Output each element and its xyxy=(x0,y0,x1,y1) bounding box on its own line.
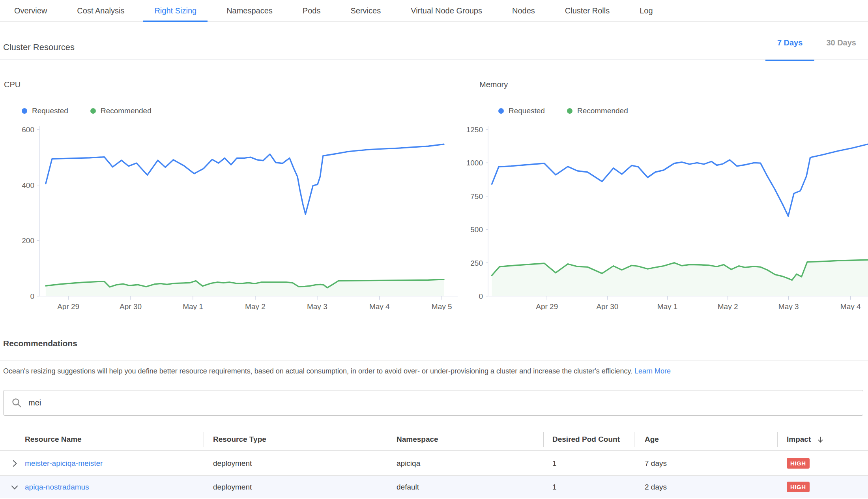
table-row[interactable]: meister-apiciqa-meister deployment apici… xyxy=(0,451,868,476)
memory-line-chart: 025050075010001250Apr 29Apr 30May 1May 2… xyxy=(466,124,868,310)
age-cell: 2 days xyxy=(634,483,777,491)
legend-label: Recommended xyxy=(101,107,152,115)
svg-text:0: 0 xyxy=(479,292,483,300)
column-header-namespace[interactable]: Namespace xyxy=(388,428,543,450)
search-icon xyxy=(11,398,22,408)
svg-text:May 1: May 1 xyxy=(183,302,203,310)
tab-nodes[interactable]: Nodes xyxy=(501,0,546,21)
svg-text:May 3: May 3 xyxy=(778,302,799,310)
svg-text:May 1: May 1 xyxy=(657,302,678,310)
memory-chart-title: Memory xyxy=(466,80,868,95)
legend-item-requested[interactable]: Requested xyxy=(22,107,68,115)
sort-descending-icon[interactable] xyxy=(816,435,825,444)
divider xyxy=(0,360,868,361)
resource-name-link[interactable]: apiqa-nostradamus xyxy=(25,483,89,491)
svg-text:Apr 29: Apr 29 xyxy=(57,302,79,310)
tab-services[interactable]: Services xyxy=(339,0,392,21)
svg-text:Apr 30: Apr 30 xyxy=(120,302,142,310)
resource-name-link[interactable]: meister-apiciqa-meister xyxy=(25,459,103,468)
svg-text:May 3: May 3 xyxy=(307,302,327,310)
chevron-down-icon[interactable] xyxy=(10,483,19,491)
requested-series-dot xyxy=(498,108,504,114)
right-sizing-page: Overview Cost Analysis Right Sizing Name… xyxy=(0,0,868,499)
svg-text:600: 600 xyxy=(22,126,34,134)
cpu-chart-panel: CPU Requested Recommended 0200400600Apr … xyxy=(0,77,458,310)
svg-text:0: 0 xyxy=(30,292,34,300)
range-tab-7-days[interactable]: 7 Days xyxy=(765,22,815,60)
resource-type-cell: deployment xyxy=(204,483,388,491)
svg-text:1000: 1000 xyxy=(466,159,483,167)
svg-text:May 4: May 4 xyxy=(369,302,390,310)
legend-item-recommended[interactable]: Recommended xyxy=(567,107,628,115)
column-header-desired-pod-count[interactable]: Desired Pod Count xyxy=(543,428,634,450)
svg-text:May 5: May 5 xyxy=(432,302,452,310)
svg-text:Apr 29: Apr 29 xyxy=(536,302,558,310)
resource-type-cell: deployment xyxy=(204,459,388,468)
legend-label: Requested xyxy=(509,107,545,115)
svg-text:500: 500 xyxy=(470,225,483,234)
search-input[interactable] xyxy=(28,398,856,407)
tab-overview[interactable]: Overview xyxy=(3,0,58,21)
cpu-chart-title: CPU xyxy=(0,80,458,95)
recommendations-description: Ocean's resizing suggestions will help y… xyxy=(3,367,671,375)
cluster-resources-header: Cluster Resources 7 Days 30 Days xyxy=(0,22,868,60)
svg-text:200: 200 xyxy=(22,236,34,245)
svg-text:400: 400 xyxy=(22,181,34,189)
legend-item-requested[interactable]: Requested xyxy=(498,107,545,115)
recommended-series-dot xyxy=(567,108,572,114)
recommended-series-dot xyxy=(90,108,96,114)
namespace-cell: apiciqa xyxy=(388,459,543,468)
impact-badge: HIGH xyxy=(787,482,810,492)
search-box xyxy=(3,390,863,416)
svg-text:May 2: May 2 xyxy=(718,302,738,310)
age-cell: 7 days xyxy=(634,459,777,468)
column-header-resource-type[interactable]: Resource Type xyxy=(204,428,388,450)
svg-text:1250: 1250 xyxy=(466,126,483,134)
legend-label: Recommended xyxy=(577,107,628,115)
column-header-impact[interactable]: Impact xyxy=(777,428,868,450)
legend-item-recommended[interactable]: Recommended xyxy=(90,107,152,115)
tab-virtual-node-groups[interactable]: Virtual Node Groups xyxy=(400,0,493,21)
column-header-age[interactable]: Age xyxy=(634,428,777,450)
cpu-chart-legend: Requested Recommended xyxy=(22,106,458,116)
range-tab-30-days[interactable]: 30 Days xyxy=(814,22,868,60)
tab-cost-analysis[interactable]: Cost Analysis xyxy=(66,0,135,21)
table-row[interactable]: apiqa-nostradamus deployment default 1 2… xyxy=(0,476,868,498)
desired-pod-count-cell: 1 xyxy=(543,483,634,491)
memory-chart-panel: Memory Requested Recommended 02505007501… xyxy=(466,77,868,310)
tab-namespaces[interactable]: Namespaces xyxy=(215,0,284,21)
description-text: Ocean's resizing suggestions will help y… xyxy=(3,367,632,375)
recommendations-heading: Recommendations xyxy=(3,339,77,348)
tab-right-sizing[interactable]: Right Sizing xyxy=(143,0,208,21)
svg-text:750: 750 xyxy=(470,192,483,201)
top-tab-bar: Overview Cost Analysis Right Sizing Name… xyxy=(0,0,868,22)
column-header-resource-name[interactable]: Resource Name xyxy=(0,428,204,450)
cluster-resources-title: Cluster Resources xyxy=(3,42,75,53)
tab-pods[interactable]: Pods xyxy=(292,0,332,21)
svg-text:May 4: May 4 xyxy=(840,302,861,310)
tab-log[interactable]: Log xyxy=(629,0,664,21)
namespace-cell: default xyxy=(388,483,543,491)
impact-header-label: Impact xyxy=(787,435,811,444)
cpu-line-chart: 0200400600Apr 29Apr 30May 1May 2May 3May… xyxy=(0,124,458,310)
legend-label: Requested xyxy=(32,107,68,115)
tab-cluster-rolls[interactable]: Cluster Rolls xyxy=(554,0,621,21)
desired-pod-count-cell: 1 xyxy=(543,459,634,468)
requested-series-dot xyxy=(22,108,27,114)
impact-badge: HIGH xyxy=(787,458,810,469)
memory-chart-legend: Requested Recommended xyxy=(498,106,868,116)
time-range-tabs: 7 Days 30 Days xyxy=(765,22,868,60)
svg-text:250: 250 xyxy=(470,259,483,267)
recommendations-table: Resource Name Resource Type Namespace De… xyxy=(0,428,868,498)
table-header-row: Resource Name Resource Type Namespace De… xyxy=(0,428,868,451)
svg-text:Apr 30: Apr 30 xyxy=(596,302,618,310)
learn-more-link[interactable]: Learn More xyxy=(634,367,671,375)
chevron-right-icon[interactable] xyxy=(10,459,19,468)
svg-text:May 2: May 2 xyxy=(245,302,266,310)
